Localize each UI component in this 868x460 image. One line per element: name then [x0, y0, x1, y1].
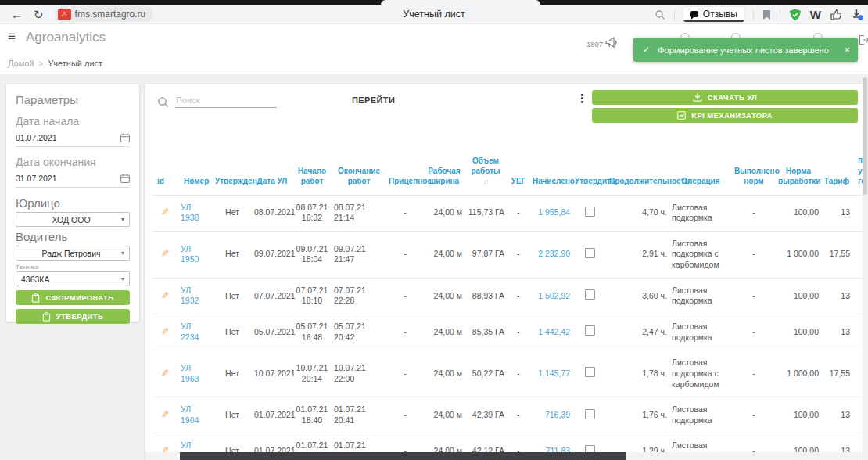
- edit-pencil-icon[interactable]: ✎: [161, 409, 169, 422]
- browser-search-icon[interactable]: [655, 9, 665, 20]
- search-input[interactable]: [175, 93, 277, 108]
- legal-entity-select[interactable]: ХОД ООО ▾: [16, 212, 130, 227]
- cell-ueg: -: [507, 278, 530, 314]
- col-header-duration[interactable]: Продолжительность: [607, 153, 669, 195]
- approve-checkbox[interactable]: [585, 367, 595, 377]
- logout-icon[interactable]: [858, 34, 868, 45]
- back-icon[interactable]: ←: [11, 9, 23, 20]
- date-start-label: Дата начала: [16, 115, 130, 128]
- col-header-number[interactable]: Номер: [178, 153, 213, 195]
- bookmark-icon[interactable]: [762, 9, 771, 20]
- accrued-link[interactable]: 1 955,84: [538, 207, 570, 217]
- accrued-link[interactable]: 1 502,92: [538, 291, 570, 300]
- vehicle-select[interactable]: 4363КА ▾: [16, 271, 130, 286]
- accrued-link[interactable]: 711,83: [546, 446, 570, 452]
- approve-checkbox[interactable]: [585, 248, 595, 258]
- sort-icon[interactable]: ↓↑: [467, 178, 504, 187]
- sheet-number-link[interactable]: УЛ 1963: [181, 363, 199, 383]
- driver-select[interactable]: Радж Петрович ▾: [16, 246, 130, 261]
- approve-label: УТВЕРДИТЬ: [56, 312, 103, 321]
- col-header-end[interactable]: Окончание работ: [332, 153, 386, 195]
- go-button[interactable]: ПЕРЕЙТИ: [352, 95, 395, 105]
- date-end-field[interactable]: 31.07.2021: [16, 174, 130, 188]
- edit-pencil-icon[interactable]: ✎: [161, 248, 169, 261]
- sheet-number-link[interactable]: УЛ 1904: [181, 440, 199, 452]
- speech-bubble-icon: [690, 11, 698, 17]
- edit-pencil-icon[interactable]: ✎: [161, 290, 169, 303]
- sheet-number-link[interactable]: УЛ 2234: [181, 322, 199, 342]
- sheet-number-link[interactable]: УЛ 1950: [181, 244, 199, 264]
- cell-end: 07.07.21 22:28: [332, 278, 386, 314]
- accrued-link[interactable]: 716,39: [545, 410, 570, 419]
- approve-button[interactable]: УТВЕРДИТЬ: [16, 309, 130, 324]
- cell-trailer: -: [386, 433, 424, 452]
- cell-tariff: 17,55: [821, 350, 852, 397]
- hamburger-menu-icon[interactable]: ≡: [8, 29, 16, 45]
- vehicle-label: Техника: [16, 264, 130, 271]
- kpi-button[interactable]: KPI МЕХАНИЗАТОРА: [592, 108, 858, 123]
- vertical-scrollbar-thumb[interactable]: [863, 77, 867, 195]
- cell-duration: 1,78 ч.: [607, 350, 669, 397]
- calendar-icon[interactable]: [120, 174, 130, 183]
- approve-checkbox[interactable]: [585, 289, 595, 300]
- col-header-norms-done[interactable]: Выполнено норм: [732, 153, 776, 195]
- calendar-icon[interactable]: [120, 133, 130, 142]
- edit-pencil-icon[interactable]: ✎: [161, 207, 169, 219]
- date-start-field[interactable]: 01.07.2021: [16, 133, 130, 147]
- accrued-link[interactable]: 2 232,90: [538, 249, 570, 258]
- col-header-approved[interactable]: Утвержден: [213, 153, 252, 195]
- refresh-icon[interactable]: ↻: [34, 9, 44, 20]
- warning-icon[interactable]: ⚠: [58, 9, 71, 20]
- sheet-number-link[interactable]: УЛ 1904: [181, 404, 199, 425]
- date-end-label: Дата окончания: [16, 156, 130, 168]
- kebab-menu-icon[interactable]: ⋮: [576, 92, 588, 106]
- cell-edit: ✎: [152, 278, 178, 314]
- accrued-link[interactable]: 1 442,42: [538, 327, 570, 336]
- wiki-extension-icon[interactable]: W: [810, 8, 821, 21]
- edit-pencil-icon[interactable]: ✎: [161, 368, 169, 380]
- approve-checkbox[interactable]: [585, 207, 595, 217]
- col-header-approve[interactable]: Утвердить: [572, 153, 607, 195]
- edit-pencil-icon[interactable]: ✎: [161, 445, 169, 452]
- approve-checkbox[interactable]: [585, 445, 595, 452]
- reviews-button[interactable]: Отзывы: [683, 7, 744, 22]
- download-ul-button[interactable]: СКАЧАТЬ УЛ: [592, 90, 858, 105]
- check-icon: ✓: [643, 45, 650, 55]
- divider: [780, 9, 780, 20]
- col-header-tariff[interactable]: Тариф: [821, 153, 852, 195]
- approve-checkbox[interactable]: [585, 409, 595, 419]
- browser-tab-strip: [0, 0, 868, 5]
- col-header-volume[interactable]: Объем работы ↓↑: [464, 153, 507, 195]
- shield-icon[interactable]: [789, 9, 802, 21]
- megaphone-icon[interactable]: [604, 37, 619, 49]
- vertical-scrollbar[interactable]: [863, 74, 868, 460]
- toast-message: Формирование учетных листов завершено: [658, 45, 844, 55]
- edit-pencil-icon[interactable]: ✎: [161, 326, 169, 339]
- col-header-operation[interactable]: Операция: [669, 153, 732, 195]
- col-header-rate-norm[interactable]: Норма выработки: [776, 153, 821, 195]
- active-tab[interactable]: [381, 0, 540, 5]
- thumbs-icon[interactable]: [830, 9, 843, 20]
- col-header-date[interactable]: Дата УЛ: [252, 153, 292, 195]
- toast-close-icon[interactable]: ×: [844, 44, 850, 56]
- downloads-icon[interactable]: [852, 9, 863, 20]
- address-bar[interactable]: ⚠ fms.smartagro.ru: [55, 6, 154, 22]
- horizontal-scrollbar[interactable]: [145, 452, 868, 460]
- cell-edit: ✎: [152, 397, 178, 433]
- col-header-id[interactable]: id: [152, 153, 178, 195]
- approve-checkbox[interactable]: [585, 325, 595, 336]
- generate-button[interactable]: СФОРМИРОВАТЬ: [16, 290, 130, 305]
- col-header-trailer[interactable]: Прицепное: [386, 153, 424, 195]
- sheet-number-link[interactable]: УЛ 1938: [181, 203, 199, 223]
- col-header-volume-label: Объем работы: [471, 156, 500, 176]
- col-header-start[interactable]: Начало работ: [292, 153, 332, 195]
- cell-operation: Листовая подкормка: [669, 278, 732, 314]
- accrued-link[interactable]: 1 145,77: [538, 368, 570, 378]
- horizontal-scrollbar-thumb[interactable]: [180, 452, 626, 460]
- sheet-number-link[interactable]: УЛ 1932: [181, 286, 199, 306]
- col-header-accrued[interactable]: Начислено: [530, 153, 572, 195]
- cell-date: 09.07.2021: [252, 231, 292, 278]
- breadcrumb-home-link[interactable]: Домой: [8, 59, 34, 68]
- col-header-width[interactable]: Рабочая ширина: [424, 153, 464, 195]
- col-header-ueg[interactable]: УЕГ: [507, 153, 530, 195]
